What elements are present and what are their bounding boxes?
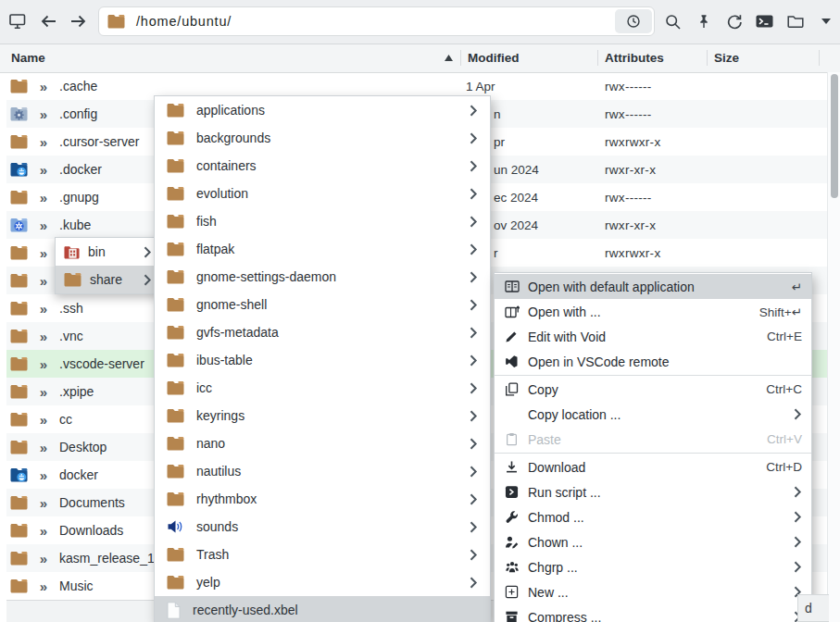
menu-shortcut: Ctrl+V [767,432,802,446]
expand-chevrons-icon[interactable]: » [35,496,52,510]
submenu-item-gnome-shell[interactable]: gnome-shell [155,291,490,318]
expand-chevrons-icon[interactable]: » [35,357,52,371]
submenu-item-applications[interactable]: applications [155,96,490,124]
menu-shortcut: Ctrl+E [767,330,802,343]
folder-icon [167,575,184,590]
chevron-right-icon [470,493,478,505]
menu-item-copy-location[interactable]: Copy location ... [495,402,811,427]
submenu-item-label: gvfs-metadata [196,325,470,340]
file-name: Documents [59,495,125,510]
column-name[interactable]: Name [11,44,45,72]
flyout-item-share[interactable]: share [56,266,160,293]
folder-icon [9,79,28,93]
file-name: .vscode-server [59,356,144,371]
column-divider[interactable] [819,50,820,66]
menu-item-chmod[interactable]: Chmod ... [495,504,811,529]
folder-icon [9,412,28,427]
search-button[interactable] [658,11,688,31]
expand-chevrons-icon[interactable]: » [35,274,52,288]
submenu-item-rhythmbox[interactable]: rhythmbox [155,485,490,513]
menu-item-open-with[interactable]: Open with ...Shift+↵ [495,299,811,324]
column-modified[interactable]: Modified [468,44,520,72]
caret-down-button[interactable] [810,11,840,31]
menu-item-open-in-vscode-remote[interactable]: Open in VSCode remote [495,349,811,374]
folder-icon [9,134,28,149]
flyout-item-bin[interactable]: bin [56,238,160,266]
file-icon [167,602,181,619]
expand-chevrons-icon[interactable]: » [35,468,52,482]
menu-item-chgrp[interactable]: Chgrp ... [495,554,811,579]
submenu-item-label: sounds [196,519,470,534]
expand-chevrons-icon[interactable]: » [35,107,52,121]
forward-button[interactable] [67,11,89,31]
submenu-item-fish[interactable]: fish [155,207,490,235]
submenu-item-recently-used.xbel[interactable]: recently-used.xbel [155,596,490,622]
expand-chevrons-icon[interactable]: » [35,552,52,566]
expand-chevrons-icon[interactable]: » [35,441,52,454]
expand-chevrons-icon[interactable]: » [35,80,52,93]
expand-chevrons-icon[interactable]: » [35,524,52,538]
folder-icon [167,464,184,479]
submenu-item-label: nautilus [196,464,470,479]
history-button[interactable] [615,9,652,33]
expand-chevrons-icon[interactable]: » [35,163,52,177]
menu-item-compress[interactable]: Compress ... [495,604,811,622]
expand-chevrons-icon[interactable]: » [35,579,52,593]
menu-item-new[interactable]: New ... [495,579,811,604]
expand-chevrons-icon[interactable]: » [35,135,52,149]
submenu-item-sounds[interactable]: sounds [155,513,490,541]
submenu-item-nautilus[interactable]: nautilus [155,457,490,485]
expand-chevrons-icon[interactable]: » [35,191,52,205]
expand-chevrons-icon[interactable]: » [35,330,52,343]
submenu-item-label: fish [196,214,470,229]
submenu-item-gvfs-metadata[interactable]: gvfs-metadata [155,318,490,346]
submenu-item-label: Trash [196,547,470,562]
submenu-item-icc[interactable]: icc [155,374,490,402]
submenu-item-containers[interactable]: containers [155,152,490,180]
expand-chevrons-icon[interactable]: » [35,218,52,232]
expand-chevrons-icon[interactable]: » [35,302,52,316]
folder-outline-button[interactable] [780,11,810,31]
chevron-right-icon [470,438,478,450]
expand-chevrons-icon[interactable]: » [35,413,52,427]
submenu-item-yelp[interactable]: yelp [155,568,490,596]
scrollbar-thumb[interactable] [831,74,838,198]
caret-down-icon [821,19,831,24]
display-button[interactable] [7,11,30,31]
submenu-item-label: gnome-settings-daemon [196,269,470,284]
chevron-right-icon [470,160,478,172]
folder-icon [167,436,184,451]
pin-button[interactable] [688,11,719,31]
column-divider[interactable] [460,50,461,66]
back-button[interactable] [37,11,59,31]
submenu-item-backgrounds[interactable]: backgrounds [155,124,490,152]
menu-item-download[interactable]: DownloadCtrl+D [495,454,811,479]
menu-item-run-script[interactable]: Run script ... [495,479,811,504]
submenu-item-Trash[interactable]: Trash [155,541,490,568]
folder-icon [167,158,184,173]
column-attributes[interactable]: Attributes [605,44,664,72]
path-input[interactable]: /home/ubuntu/ [98,6,655,36]
submenu-item-flatpak[interactable]: flatpak [155,235,490,263]
menu-item-open-with-default-application[interactable]: Open with default application↵ [495,274,811,299]
column-divider[interactable] [707,50,708,66]
file-name: .xpipe [59,384,94,399]
submenu-item-gnome-settings-daemon[interactable]: gnome-settings-daemon [155,263,490,291]
submenu-item-keyrings[interactable]: keyrings [155,402,490,429]
scrollbar[interactable] [827,72,840,622]
column-divider[interactable] [597,50,598,66]
submenu-item-nano[interactable]: nano [155,429,490,457]
submenu-item-evolution[interactable]: evolution [155,180,490,207]
menu-item-edit-with-void[interactable]: Edit with VoidCtrl+E [495,324,811,349]
menu-item-label: New ... [528,585,569,600]
vscode-icon [505,355,519,368]
terminal-button[interactable] [749,11,780,31]
expand-chevrons-icon[interactable]: » [35,246,52,260]
expand-chevrons-icon[interactable]: » [35,385,52,399]
menu-item-chown[interactable]: Chown ... [495,529,811,554]
menu-item-copy[interactable]: CopyCtrl+C [495,377,811,402]
refresh-button[interactable] [719,11,749,31]
chevron-right-icon [470,466,478,478]
column-size[interactable]: Size [714,44,739,72]
submenu-item-ibus-table[interactable]: ibus-table [155,346,490,374]
